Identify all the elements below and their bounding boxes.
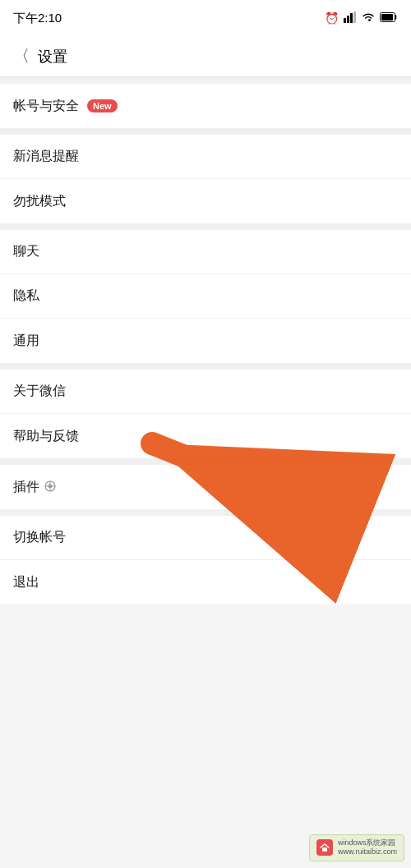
watermark-text: windows系统家园 www.ruitaibiz.com <box>338 838 397 857</box>
item-label-new-message-notify: 新消息提醒 <box>13 148 79 165</box>
section-divider-5 <box>0 509 411 516</box>
settings-item-privacy[interactable]: 隐私 <box>0 274 411 319</box>
alarm-icon: ⏰ <box>325 11 339 25</box>
watermark-icon <box>316 839 333 856</box>
back-button[interactable]: 〈 <box>13 45 30 67</box>
section-divider-0 <box>0 77 411 84</box>
svg-rect-2 <box>350 13 353 23</box>
item-label-privacy: 隐私 <box>13 287 39 305</box>
status-bar: 下午2:10 ⏰ <box>0 0 411 36</box>
item-label-logout: 退出 <box>13 574 39 591</box>
svg-rect-3 <box>353 11 356 23</box>
item-label-plugin: 插件 <box>13 479 39 496</box>
item-label-dnd-mode: 勿扰模式 <box>13 193 66 210</box>
settings-item-plugin[interactable]: 插件 <box>0 465 411 509</box>
watermark: windows系统家园 www.ruitaibiz.com <box>309 834 404 861</box>
section-divider-1 <box>0 128 411 135</box>
item-label-about-wechat: 关于微信 <box>13 383 66 400</box>
section-divider-2 <box>0 223 411 230</box>
section-divider-4 <box>0 458 411 465</box>
status-time: 下午2:10 <box>13 11 62 26</box>
settings-group-group-settings: 聊天隐私通用 <box>0 230 411 363</box>
settings-item-general[interactable]: 通用 <box>0 319 411 363</box>
item-label-help-feedback: 帮助与反馈 <box>13 428 79 445</box>
settings-content: 帐号与安全New新消息提醒勿扰模式聊天隐私通用关于微信帮助与反馈插件 切换帐号退… <box>0 77 411 604</box>
settings-group-group-plugin: 插件 <box>0 465 411 509</box>
settings-item-dnd-mode[interactable]: 勿扰模式 <box>0 179 411 223</box>
settings-group-group-notification: 新消息提醒勿扰模式 <box>0 135 411 223</box>
settings-item-new-message-notify[interactable]: 新消息提醒 <box>0 135 411 179</box>
item-label-switch-account: 切换帐号 <box>13 529 66 546</box>
item-label-account-security: 帐号与安全 <box>13 98 79 115</box>
item-label-general: 通用 <box>13 333 39 350</box>
wifi-icon <box>362 11 375 25</box>
settings-item-logout[interactable]: 退出 <box>0 560 411 604</box>
new-badge-account-security: New <box>87 99 118 113</box>
settings-item-help-feedback[interactable]: 帮助与反馈 <box>0 414 411 458</box>
battery-icon <box>380 11 398 25</box>
settings-group-group-account: 帐号与安全New <box>0 84 411 128</box>
svg-rect-0 <box>344 18 346 23</box>
svg-point-7 <box>48 485 53 489</box>
page-title: 设置 <box>38 47 67 67</box>
plugin-icon-plugin <box>44 480 58 494</box>
settings-group-group-about: 关于微信帮助与反馈 <box>0 370 411 458</box>
page-header: 〈 设置 <box>0 36 411 77</box>
item-label-chat: 聊天 <box>13 243 39 260</box>
svg-rect-5 <box>381 14 393 21</box>
settings-item-account-security[interactable]: 帐号与安全New <box>0 84 411 128</box>
section-divider-3 <box>0 363 411 370</box>
settings-item-switch-account[interactable]: 切换帐号 <box>0 516 411 560</box>
svg-rect-14 <box>322 847 327 852</box>
signal-icon <box>344 11 357 25</box>
settings-item-chat[interactable]: 聊天 <box>0 230 411 274</box>
settings-group-group-account-switch: 切换帐号退出 <box>0 516 411 604</box>
svg-rect-1 <box>347 16 349 23</box>
status-icons: ⏰ <box>325 11 398 25</box>
settings-item-about-wechat[interactable]: 关于微信 <box>0 370 411 414</box>
